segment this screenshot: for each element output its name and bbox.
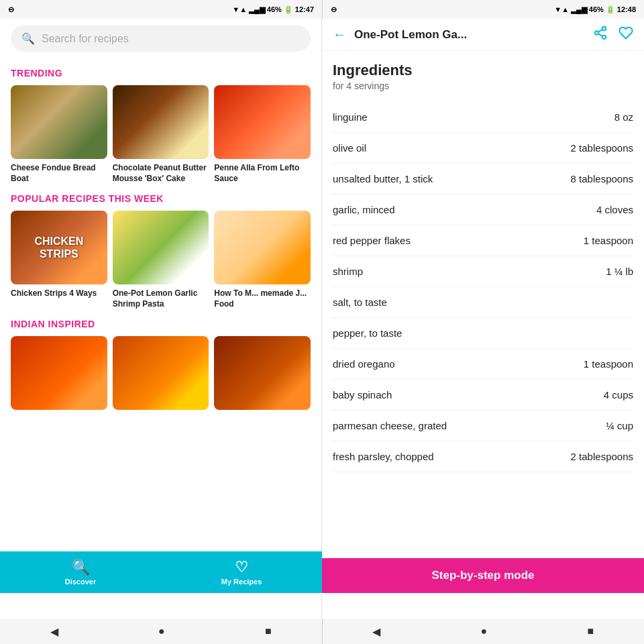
svg-point-2 [602, 36, 606, 39]
ingredient-name-0: linguine [333, 111, 606, 123]
back-sys-btn-r[interactable]: ◀ [372, 625, 380, 638]
ingredient-amount-5: 1 ¼ lb [606, 266, 633, 277]
ingredient-name-9: baby spinach [333, 389, 596, 400]
ingredient-row-7: pepper, to taste [333, 318, 633, 349]
recent-sys-btn-r[interactable]: ■ [588, 625, 594, 637]
ingredient-name-11: fresh parsley, chopped [333, 451, 563, 462]
popular-title-2: How To M... memade J... Food [214, 288, 311, 309]
trending-card-2[interactable]: Penne Alla From Lefto Sauce [214, 85, 311, 184]
ingredient-amount-9: 4 cups [604, 389, 633, 400]
ingredient-name-10: parmesan cheese, grated [333, 420, 598, 431]
system-nav: ◀ ● ■ ◀ ● ■ [0, 619, 644, 644]
ingredient-row-11: fresh parsley, chopped2 tablespoons [333, 441, 633, 472]
ingredient-amount-1: 2 tablespoons [571, 142, 633, 154]
ingredient-amount-8: 1 teaspoon [584, 358, 633, 370]
svg-line-3 [598, 34, 602, 36]
ingredient-name-4: red pepper flakes [333, 235, 576, 246]
chicken-overlay: CHICKENSTRIPS [11, 211, 107, 284]
indian-img-0 [11, 336, 107, 410]
ingredient-row-1: olive oil2 tablespoons [333, 133, 633, 164]
recipe-scroll[interactable]: Ingredients for 4 servings linguine8 ozo… [322, 51, 644, 619]
indian-card-1[interactable] [113, 336, 209, 410]
status-right-icon: ⊖ [331, 5, 337, 14]
svg-point-1 [595, 31, 599, 35]
ingredient-name-5: shrimp [333, 266, 598, 277]
popular-card-1[interactable]: One-Pot Lemon Garlic Shrimp Pasta [113, 211, 209, 309]
trending-card-0[interactable]: Cheese Fondue Bread Boat [11, 85, 107, 184]
trending-title-0: Cheese Fondue Bread Boat [11, 163, 107, 184]
favorite-icon[interactable] [619, 25, 633, 44]
indian-grid [11, 336, 311, 410]
svg-point-0 [602, 27, 606, 31]
trending-img-0 [11, 85, 107, 159]
sys-nav-left: ◀ ● ■ [0, 619, 322, 644]
ingredient-name-6: salt, to taste [333, 297, 625, 308]
ingredient-row-5: shrimp1 ¼ lb [333, 256, 633, 287]
ingredient-amount-11: 2 tablespoons [571, 451, 633, 462]
ingredient-row-10: parmesan cheese, grated¼ cup [333, 411, 633, 441]
search-container: 🔍 Search for recipes [0, 19, 321, 58]
trending-img-2 [214, 85, 311, 159]
ingredient-row-6: salt, to taste [333, 287, 633, 318]
indian-section-title: INDIAN INSPIRED [11, 319, 311, 329]
indian-card-2[interactable] [214, 336, 311, 410]
trending-title-2: Penne Alla From Lefto Sauce [214, 163, 311, 184]
step-btn-container[interactable]: Step-by-step mode [322, 558, 644, 593]
ingredient-row-9: baby spinach4 cups [333, 380, 633, 411]
ingredients-title: Ingredients [333, 62, 633, 79]
main-content: 🔍 Search for recipes TRENDING Cheese Fon… [0, 19, 644, 619]
popular-title-1: One-Pot Lemon Garlic Shrimp Pasta [113, 288, 209, 309]
ingredient-amount-4: 1 teaspoon [584, 235, 633, 246]
ingredients-list: linguine8 ozolive oil2 tablespoonsunsalt… [333, 102, 633, 472]
discover-icon: 🔍 [72, 559, 90, 576]
back-sys-btn[interactable]: ◀ [50, 625, 58, 638]
ingredient-name-1: olive oil [333, 142, 563, 154]
indian-img-1 [113, 336, 209, 410]
popular-card-0[interactable]: CHICKENSTRIPS Chicken Strips 4 Ways [11, 211, 107, 309]
myrecipes-icon: ♡ [235, 559, 248, 576]
ingredient-row-2: unsalted butter, 1 stick8 tablespoons [333, 164, 633, 195]
home-sys-btn[interactable]: ● [158, 625, 165, 637]
ingredient-name-8: dried oregano [333, 358, 576, 370]
nav-myrecipes-label: My Recipes [221, 578, 262, 586]
indian-img-2 [214, 336, 311, 410]
popular-img-0: CHICKENSTRIPS [11, 211, 107, 284]
bottom-nav: 🔍 Discover ♡ My Recipes [0, 551, 322, 593]
sys-nav-right: ◀ ● ■ [322, 619, 645, 644]
search-icon: 🔍 [21, 32, 35, 45]
recent-sys-btn[interactable]: ■ [265, 625, 272, 637]
ingredient-name-3: garlic, minced [333, 204, 588, 215]
ingredient-row-8: dried oregano1 teaspoon [333, 349, 633, 380]
nav-discover[interactable]: 🔍 Discover [0, 559, 161, 586]
svg-line-4 [598, 30, 602, 32]
home-sys-btn-r[interactable]: ● [481, 625, 488, 637]
scroll-area[interactable]: TRENDING Cheese Fondue Bread Boat Chocol… [0, 58, 321, 619]
indian-card-0[interactable] [11, 336, 107, 410]
left-panel: 🔍 Search for recipes TRENDING Cheese Fon… [0, 19, 322, 619]
share-icon[interactable] [593, 25, 608, 44]
ingredient-amount-3: 4 cloves [596, 204, 633, 215]
ingredient-amount-10: ¼ cup [606, 420, 633, 431]
ingredient-row-4: red pepper flakes1 teaspoon [333, 225, 633, 256]
status-left: ⊖ ▼▲ ▂▄▆ 46% 🔋 12:47 [0, 0, 322, 19]
right-panel: ← One-Pot Lemon Ga... Ingredients [322, 19, 644, 619]
trending-section-title: TRENDING [11, 68, 311, 78]
status-right: ⊖ ▼▲ ▂▄▆ 46% 🔋 12:48 [322, 0, 644, 19]
popular-img-1 [113, 211, 209, 284]
popular-grid: CHICKENSTRIPS Chicken Strips 4 Ways One-… [11, 211, 311, 309]
ingredient-amount-2: 8 tablespoons [571, 173, 633, 184]
step-btn-label: Step-by-step mode [431, 569, 534, 582]
status-bar: ⊖ ▼▲ ▂▄▆ 46% 🔋 12:47 ⊖ ▼▲ ▂▄▆ 46% 🔋 12:4… [0, 0, 644, 19]
ingredient-name-2: unsalted butter, 1 stick [333, 173, 563, 184]
status-left-icon: ⊖ [8, 5, 14, 14]
servings-text: for 4 servings [333, 80, 633, 91]
trending-card-1[interactable]: Chocolate Peanut Butter Mousse 'Box' Cak… [113, 85, 209, 184]
popular-card-2[interactable]: How To M... memade J... Food [214, 211, 311, 309]
back-button[interactable]: ← [333, 27, 346, 42]
popular-title-0: Chicken Strips 4 Ways [11, 288, 107, 299]
search-bar[interactable]: 🔍 Search for recipes [11, 25, 311, 52]
ingredient-row-0: linguine8 oz [333, 102, 633, 133]
trending-img-1 [113, 85, 209, 159]
nav-myrecipes[interactable]: ♡ My Recipes [161, 559, 322, 586]
status-left-icons: ▼▲ ▂▄▆ 46% 🔋 12:47 [232, 5, 314, 14]
